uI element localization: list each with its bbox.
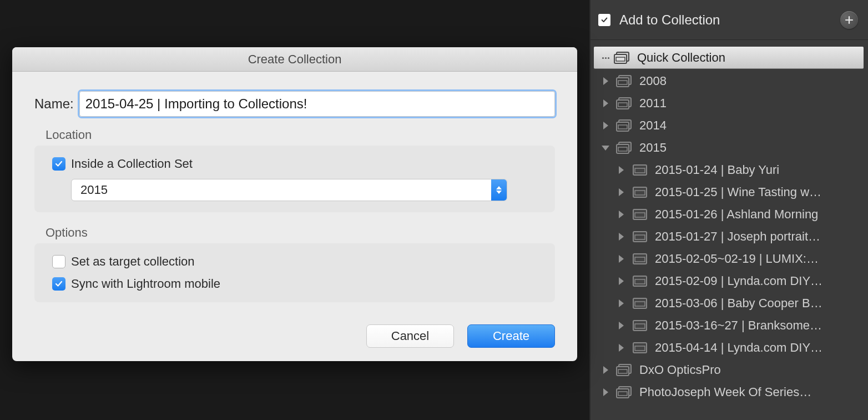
tree-row[interactable]: 2015-03-06 | Baby Cooper B… — [593, 292, 868, 314]
collection-set-select[interactable]: 2015 — [71, 179, 507, 201]
create-button[interactable]: Create — [467, 324, 555, 348]
inside-collection-set-label: Inside a Collection Set — [71, 157, 193, 171]
collection-set-icon — [616, 119, 633, 132]
collection-tree[interactable]: Quick Collection 2008 2011 2014 — [591, 40, 868, 420]
collection-icon — [632, 342, 648, 354]
collection-icon — [632, 319, 648, 332]
tree-item-label: 2015 — [639, 141, 667, 155]
disclosure-triangle-icon[interactable] — [600, 98, 610, 108]
options-section: Set as target collection Sync with Light… — [34, 243, 555, 302]
tree-item-label: 2011 — [639, 96, 667, 111]
tree-row[interactable]: 2015-02-09 | Lynda.com DIY… — [593, 270, 868, 292]
collection-stack-icon — [614, 52, 630, 64]
tree-item-label: PhotoJoseph Week Of Series… — [639, 385, 811, 399]
disclosure-triangle-icon[interactable] — [616, 232, 626, 242]
disclosure-triangle-icon[interactable] — [616, 276, 626, 286]
sync-mobile-label: Sync with Lightroom mobile — [71, 277, 220, 291]
disclosure-triangle-icon[interactable] — [616, 343, 626, 353]
collection-name-input[interactable] — [79, 91, 555, 117]
tree-row[interactable]: 2014 — [593, 114, 868, 137]
tree-row[interactable]: 2008 — [593, 70, 868, 92]
disclosure-triangle-icon[interactable] — [600, 121, 610, 131]
tree-row[interactable]: 2015-04-14 | Lynda.com DIY… — [593, 337, 868, 359]
tree-item-label: 2015-03-06 | Baby Cooper B… — [655, 296, 822, 311]
disclosure-triangle-icon[interactable] — [616, 165, 626, 175]
disclosure-triangle-icon[interactable] — [600, 387, 610, 397]
tree-row[interactable]: 2015-01-25 | Wine Tasting w… — [593, 181, 868, 203]
disclosure-triangle-icon[interactable] — [616, 321, 626, 331]
collection-set-icon — [616, 142, 633, 154]
tree-item-label: 2015-01-26 | Ashland Morning — [655, 207, 818, 222]
collection-icon — [632, 297, 648, 309]
drag-dots-icon — [602, 57, 609, 59]
tree-row[interactable]: 2015-01-27 | Joseph portrait… — [593, 226, 868, 248]
tree-item-label: 2008 — [639, 74, 667, 88]
location-section: Inside a Collection Set 2015 — [34, 146, 555, 212]
tree-row[interactable]: 2015-01-26 | Ashland Morning — [593, 203, 868, 226]
tree-item-label: 2015-03-16~27 | Branksome… — [655, 318, 822, 333]
select-arrows-icon — [491, 179, 507, 201]
collection-set-icon — [616, 97, 633, 109]
disclosure-triangle-icon[interactable] — [616, 254, 626, 264]
add-collection-button[interactable] — [840, 11, 858, 29]
panel-title: Add to Collection — [619, 12, 840, 28]
check-icon — [54, 279, 63, 288]
inside-collection-set-checkbox[interactable] — [52, 157, 65, 171]
collection-set-icon — [616, 75, 633, 87]
name-label: Name: — [34, 96, 74, 112]
sync-mobile-checkbox[interactable] — [52, 277, 65, 291]
dialog-title: Create Collection — [12, 47, 577, 72]
tree-row[interactable]: 2015 — [593, 137, 868, 159]
disclosure-triangle-icon[interactable] — [616, 298, 626, 308]
create-collection-dialog: Create Collection Name: Location Inside … — [12, 47, 577, 361]
add-to-collection-checkbox[interactable] — [598, 14, 610, 26]
tree-item-label: DxO OpticsPro — [639, 363, 721, 377]
collection-set-icon — [616, 386, 633, 398]
collection-icon — [632, 164, 648, 176]
set-target-label: Set as target collection — [71, 254, 195, 269]
tree-row[interactable]: 2015-03-16~27 | Branksome… — [593, 314, 868, 337]
collection-icon — [632, 231, 648, 243]
plus-icon — [845, 16, 854, 24]
tree-item-label: 2015-01-25 | Wine Tasting w… — [655, 185, 821, 199]
check-icon — [600, 16, 608, 24]
options-label: Options — [46, 226, 555, 240]
tree-item-label: 2015-02-09 | Lynda.com DIY… — [655, 274, 822, 288]
tree-item-label: 2015-01-27 | Joseph portrait… — [655, 229, 820, 244]
cancel-button[interactable]: Cancel — [366, 324, 454, 348]
collection-icon — [632, 275, 648, 287]
disclosure-triangle-icon[interactable] — [600, 143, 610, 153]
disclosure-triangle-icon[interactable] — [616, 187, 626, 197]
collection-icon — [632, 186, 648, 198]
tree-row[interactable]: DxO OpticsPro — [593, 359, 868, 381]
tree-item-label: Quick Collection — [637, 51, 725, 65]
tree-row[interactable]: PhotoJoseph Week Of Series… — [593, 381, 868, 403]
collection-set-value: 2015 — [80, 183, 108, 197]
tree-row[interactable]: 2015-01-24 | Baby Yuri — [593, 159, 868, 181]
tree-item-label: 2014 — [639, 118, 667, 133]
tree-item-label: 2015-02-05~02-19 | LUMIX:… — [655, 252, 819, 266]
location-label: Location — [46, 128, 555, 142]
tree-item-label: 2015-01-24 | Baby Yuri — [655, 163, 779, 177]
collections-panel: Add to Collection Quick Collection 2008 — [589, 0, 868, 420]
set-target-checkbox[interactable] — [52, 255, 65, 268]
disclosure-triangle-icon[interactable] — [616, 209, 626, 219]
tree-row[interactable]: 2015-02-05~02-19 | LUMIX:… — [593, 248, 868, 270]
collection-set-icon — [616, 364, 633, 376]
disclosure-triangle-icon[interactable] — [600, 365, 610, 375]
disclosure-triangle-icon[interactable] — [600, 76, 610, 86]
collection-icon — [632, 253, 648, 265]
tree-row[interactable]: Quick Collection — [594, 47, 864, 69]
tree-row[interactable]: 2011 — [593, 92, 868, 114]
tree-item-label: 2015-04-14 | Lynda.com DIY… — [655, 341, 822, 355]
check-icon — [54, 159, 63, 168]
collection-icon — [632, 208, 648, 221]
